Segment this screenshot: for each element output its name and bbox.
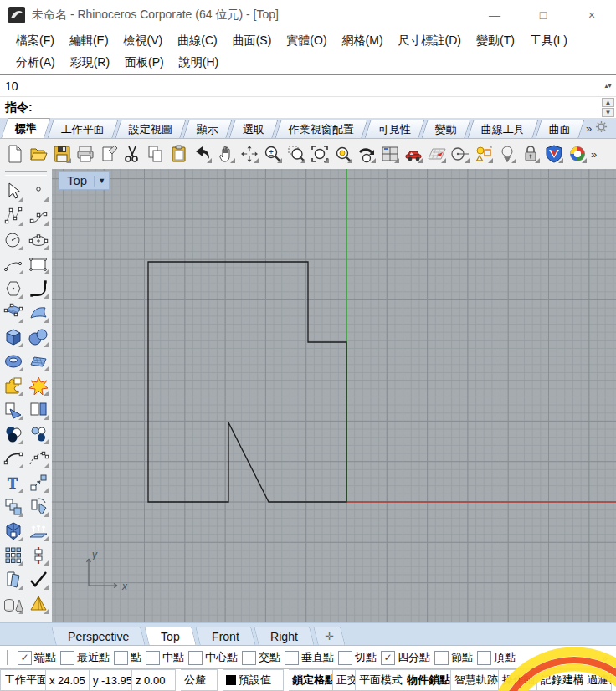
checkbox-icon[interactable] [434,651,449,665]
checkbox-icon[interactable] [477,651,491,665]
close-button[interactable]: × [567,0,616,30]
menu-item-help[interactable]: 說明(H) [172,55,226,70]
solid-union-icon[interactable] [1,519,26,543]
osnap-11[interactable]: 頂點 [477,650,516,665]
circles-light-icon[interactable] [26,422,51,446]
menu-item-tools[interactable]: 工具(L) [522,33,575,49]
checkbox-icon[interactable] [60,651,74,665]
toolbar-grip[interactable] [5,171,47,176]
checkbox-icon[interactable] [338,651,352,665]
viewport-grid-icon[interactable] [378,142,402,166]
arc-icon[interactable] [1,252,26,276]
status-cplane[interactable]: 工作平面 [0,669,46,691]
notes-icon[interactable] [97,142,121,166]
tab-select[interactable]: 選取 [228,120,278,138]
tab-overflow-chevron[interactable]: » [586,118,592,138]
toolbar-more-chevron[interactable]: » [591,148,597,161]
undo-icon[interactable] [191,142,214,166]
status-coord-z[interactable]: z 0.00 [132,669,176,691]
array-linear-icon[interactable] [26,543,51,567]
menu-item-curve[interactable]: 曲線(C) [170,33,224,49]
menu-item-analyze[interactable]: 分析(A) [8,55,63,70]
cone-cylinder-icon[interactable] [1,591,26,616]
osnap-7[interactable]: 垂直點 [285,650,334,665]
rotate-view-icon[interactable] [238,142,261,166]
surface-patch-icon[interactable] [26,349,51,373]
tab-cplane[interactable]: 工作平面 [47,120,118,138]
tab-visibility[interactable]: 可見性 [364,120,424,138]
checkbox-icon[interactable] [285,651,299,665]
status-coord-x[interactable]: x 24.05 [46,669,90,691]
surface-cp-icon[interactable] [1,300,26,325]
zoom-extents-icon[interactable] [308,142,331,166]
save-icon[interactable] [50,142,74,166]
menu-item-view[interactable]: 檢視(V) [116,33,171,49]
extend-curve-icon[interactable] [26,446,51,470]
checkbox-icon[interactable] [242,651,256,665]
box-icon[interactable] [1,325,26,349]
tab-standard[interactable]: 標準 [1,118,51,138]
menu-item-panels[interactable]: 面板(P) [117,55,172,70]
open-file-icon[interactable] [27,142,50,166]
tab-viewport-layout[interactable]: 作業視窗配置 [275,120,367,138]
check-icon[interactable] [26,567,51,591]
chevron-down-icon[interactable]: ▼ [94,176,109,187]
curve-control-icon[interactable] [1,203,26,228]
zoom-dynamic-icon[interactable]: ± [261,142,285,166]
checkbox-icon[interactable]: ✓ [381,651,395,665]
tab-display[interactable]: 顯示 [182,120,232,138]
maximize-button[interactable]: □ [519,0,567,30]
gear-icon[interactable] [595,120,608,136]
pyramid-icon[interactable] [26,591,51,616]
status-gumball[interactable]: 操作軸 [499,669,537,691]
tab-surface-tools[interactable]: 曲面 [535,120,584,138]
menu-item-transform[interactable]: 變動(T) [469,33,522,49]
trim-surfaces-icon[interactable] [1,567,26,591]
status-ortho[interactable]: 正交 [333,669,356,691]
copy-icon[interactable] [144,142,167,166]
checkbox-icon[interactable] [114,651,128,665]
plan-map-icon[interactable] [425,142,449,166]
checkbox-icon[interactable] [188,651,203,665]
split-icon[interactable] [26,397,51,422]
spheres-icon[interactable] [26,325,51,349]
circle-icon[interactable] [1,228,26,252]
status-osnap-toggle[interactable]: 物件鎖點 [403,669,451,691]
point-icon[interactable] [26,179,51,203]
lock-icon[interactable] [519,142,542,166]
radius-circle-icon[interactable] [449,142,472,166]
status-planar[interactable]: 平面模式 [356,669,403,691]
osnap-3[interactable]: 點 [114,650,141,665]
status-grid-snap[interactable]: 鎖定格點 [289,669,333,691]
extrude-icon[interactable] [26,519,51,543]
menu-item-mesh[interactable]: 網格(M) [335,33,391,49]
circles-dark-icon[interactable] [1,422,26,446]
viewport-tab-front[interactable]: Front [195,627,255,646]
explode-icon[interactable] [26,373,51,397]
blend-curve-icon[interactable] [1,446,26,470]
viewport-tab-add-viewport[interactable]: ✛ [313,627,346,646]
command-history-spinner[interactable]: ▴▾ [602,76,614,95]
status-layer[interactable]: 預設值 [223,669,284,691]
menu-item-surface[interactable]: 曲面(S) [225,33,280,49]
menu-item-file[interactable]: 檔案(F) [8,33,62,49]
object-display-icon[interactable] [472,142,495,166]
shield-icon[interactable] [542,142,566,166]
checkbox-icon[interactable] [146,651,160,665]
status-record-history[interactable]: 記錄建構歷史 [537,669,583,691]
osnap-more-chevron[interactable]: » [602,652,608,664]
rectangle-icon[interactable] [26,252,51,276]
torus-icon[interactable] [1,349,26,373]
tab-set-view[interactable]: 設定視圖 [115,120,186,138]
copy-objects-icon[interactable] [1,494,26,519]
viewport-canvas[interactable]: yx [52,169,616,623]
cut-icon[interactable] [121,142,144,166]
polygon-icon[interactable] [1,276,26,300]
osnap-9[interactable]: ✓四分點 [381,650,430,665]
status-coord-y[interactable]: y -13.95 [90,669,132,691]
paste-icon[interactable] [167,142,191,166]
viewport-tab-perspective[interactable]: Perspective [51,627,146,646]
print-icon[interactable] [74,142,97,166]
viewport-title-dropdown[interactable]: Top ▼ [59,171,110,190]
new-file-icon[interactable] [3,142,27,166]
